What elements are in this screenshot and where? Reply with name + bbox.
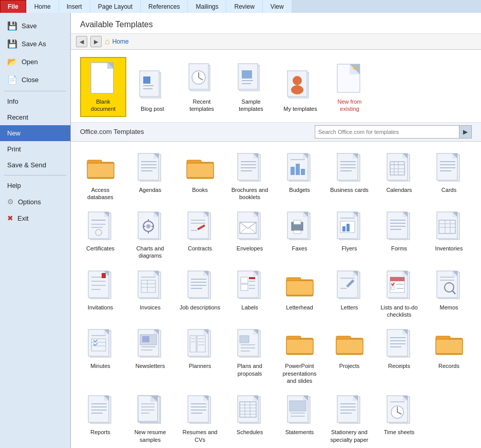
template-label: Letterhead bbox=[286, 304, 313, 311]
template-label: Invoices bbox=[140, 304, 160, 311]
sidebar-item-exit[interactable]: ✖Exit bbox=[0, 210, 70, 226]
nav-home-link[interactable]: ⌂ Home bbox=[105, 37, 129, 46]
template-item-statements[interactable]: Statements bbox=[275, 389, 324, 447]
ribbon-tab-page-layout[interactable]: Page Layout bbox=[90, 0, 140, 13]
template-item-job-descriptions[interactable]: Job descriptions bbox=[176, 264, 224, 322]
sidebar-item-save[interactable]: 💾Save bbox=[0, 17, 70, 35]
template-item-charts-and-diagrams[interactable]: Charts and diagrams bbox=[126, 205, 175, 263]
sidebar: 💾Save💾Save As📂Open📄CloseInfoRecentNewPri… bbox=[0, 13, 71, 448]
featured-item-blog-post[interactable]: Blog post bbox=[129, 64, 176, 116]
template-item-reports[interactable]: Reports bbox=[76, 389, 125, 447]
template-icon bbox=[234, 210, 266, 243]
template-icon bbox=[383, 269, 416, 302]
featured-item-recent-templates[interactable]: Recent templates bbox=[179, 57, 225, 117]
section-header: Office.com Templates ▶ bbox=[71, 123, 481, 142]
template-item-planners[interactable]: Planners bbox=[176, 323, 224, 388]
template-item-agendas[interactable]: Agendas bbox=[126, 147, 175, 205]
template-item-time-sheets[interactable]: Time sheets bbox=[375, 389, 424, 447]
sidebar-item-close[interactable]: 📄Close bbox=[0, 71, 70, 89]
template-item-memos[interactable]: Memos bbox=[425, 264, 473, 322]
sidebar-divider bbox=[4, 175, 66, 176]
template-item-plans-and-proposals[interactable]: Plans and proposals bbox=[225, 323, 274, 388]
featured-label: Recent templates bbox=[182, 98, 222, 113]
ribbon-tab-mailings[interactable]: Mailings bbox=[188, 0, 226, 13]
nav-forward-button[interactable]: ▶ bbox=[90, 36, 102, 47]
sidebar-item-open[interactable]: 📂Open bbox=[0, 53, 70, 71]
ribbon-tab-file[interactable]: File bbox=[0, 0, 26, 13]
ribbon-tab-home[interactable]: Home bbox=[27, 0, 59, 13]
template-item-invoices[interactable]: Invoices bbox=[126, 264, 175, 322]
template-item-business-cards[interactable]: Business cards bbox=[325, 147, 374, 205]
sidebar-item-info[interactable]: Info bbox=[0, 93, 70, 109]
template-item-letterhead[interactable]: Letterhead bbox=[275, 264, 324, 322]
template-icon bbox=[333, 151, 366, 184]
template-item-records[interactable]: Records bbox=[425, 323, 473, 388]
sidebar-item-options[interactable]: ⚙Options bbox=[0, 193, 70, 210]
ribbon-tab-insert[interactable]: Insert bbox=[59, 0, 90, 13]
template-label: Job descriptions bbox=[180, 304, 221, 311]
ribbon: FileHomeInsertPage LayoutReferencesMaili… bbox=[0, 0, 481, 13]
template-item-powerpoint-presentations-and-slides[interactable]: PowerPoint presentations and slides bbox=[275, 323, 324, 388]
template-label: Plans and proposals bbox=[228, 362, 272, 377]
template-item-labels[interactable]: Labels bbox=[225, 264, 274, 322]
template-item-contracts[interactable]: Contracts bbox=[176, 205, 224, 263]
template-label: Statements bbox=[285, 428, 314, 436]
featured-item-sample-templates[interactable]: Sample templates bbox=[228, 57, 274, 117]
template-item-projects[interactable]: Projects bbox=[325, 323, 374, 388]
template-item-faxes[interactable]: Faxes bbox=[275, 205, 324, 263]
featured-item-new-from-existing[interactable]: ✦ New from existing bbox=[326, 57, 373, 117]
template-label: Labels bbox=[241, 304, 258, 311]
svg-rect-242 bbox=[240, 336, 249, 343]
template-item-certificates[interactable]: Certificates bbox=[76, 205, 125, 263]
template-label: Cards bbox=[441, 186, 456, 193]
template-item-forms[interactable]: Forms bbox=[375, 205, 424, 263]
svg-rect-248 bbox=[286, 339, 313, 354]
featured-item-blank-document[interactable]: Blank document bbox=[80, 57, 126, 117]
svg-rect-15 bbox=[242, 70, 252, 79]
template-item-inventories[interactable]: Inventories bbox=[425, 205, 473, 263]
template-icon bbox=[333, 394, 366, 426]
template-item-newsletters[interactable]: Newsletters bbox=[126, 323, 175, 388]
template-label: Time sheets bbox=[384, 428, 415, 436]
template-item-minutes[interactable]: Minutes bbox=[76, 323, 125, 388]
template-item-schedules[interactable]: Schedules bbox=[225, 389, 274, 447]
template-item-books[interactable]: Books bbox=[176, 147, 224, 205]
template-icon bbox=[84, 210, 117, 243]
template-item-budgets[interactable]: Budgets bbox=[275, 147, 324, 205]
template-item-stationery-and-specialty-paper[interactable]: Stationery and specialty paper bbox=[325, 389, 374, 447]
template-label: Stationery and specialty paper bbox=[328, 428, 371, 443]
ribbon-tab-references[interactable]: References bbox=[141, 0, 187, 13]
template-item-letters[interactable]: Letters bbox=[325, 264, 374, 322]
sidebar-item-print[interactable]: Print bbox=[0, 141, 70, 157]
template-item-access-databases[interactable]: Access databases bbox=[76, 147, 125, 205]
template-item-invitations[interactable]: Invitations bbox=[76, 264, 125, 322]
template-label: Records bbox=[438, 362, 459, 369]
template-item-envelopes[interactable]: Envelopes bbox=[225, 205, 274, 263]
template-item-receipts[interactable]: Receipts bbox=[375, 323, 424, 388]
template-item-flyers[interactable]: Flyers bbox=[325, 205, 374, 263]
nav-back-button[interactable]: ◀ bbox=[76, 36, 87, 47]
sidebar-item-recent[interactable]: Recent bbox=[0, 109, 70, 125]
ribbon-tab-review[interactable]: Review bbox=[226, 0, 262, 13]
section-label: Office.com Templates bbox=[80, 128, 144, 135]
sidebar-item-save---send[interactable]: Save & Send bbox=[0, 157, 70, 173]
template-label: Budgets bbox=[289, 186, 310, 193]
svg-point-20 bbox=[293, 76, 302, 85]
search-button[interactable]: ▶ bbox=[459, 126, 471, 138]
template-item-new-resume-samples[interactable]: New resume samples bbox=[126, 389, 175, 447]
close-icon: 📄 bbox=[7, 75, 17, 85]
template-label: Letters bbox=[341, 304, 358, 311]
template-item-cards[interactable]: Cards bbox=[425, 147, 473, 205]
ribbon-tab-view[interactable]: View bbox=[263, 0, 292, 13]
sidebar-item-save-as[interactable]: 💾Save As bbox=[0, 35, 70, 53]
template-item-brochures-and-booklets[interactable]: Brochures and booklets bbox=[225, 147, 274, 205]
sidebar-item-new[interactable]: New bbox=[0, 125, 70, 141]
template-item-resumes-and-cvs[interactable]: Resumes and CVs bbox=[176, 389, 224, 447]
options-icon: ⚙ bbox=[7, 198, 14, 206]
template-item-calendars[interactable]: Calendars bbox=[375, 147, 424, 205]
template-icon bbox=[433, 151, 466, 184]
featured-item-my-templates[interactable]: My templates bbox=[277, 64, 323, 116]
search-input[interactable] bbox=[315, 127, 459, 137]
sidebar-item-help[interactable]: Help bbox=[0, 178, 70, 193]
template-item-lists-and-to-do-checklists[interactable]: Lists and to-do checklists bbox=[375, 264, 424, 322]
